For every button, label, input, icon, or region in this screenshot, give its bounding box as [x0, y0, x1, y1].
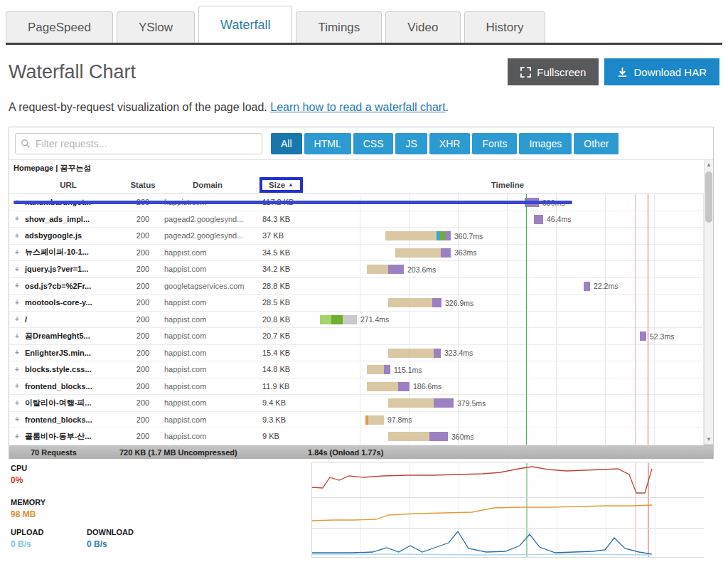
expand-icon[interactable]: + [15, 399, 21, 407]
request-row[interactable]: +show_ads_impl...200pagead2.googlesynd..… [9, 211, 704, 228]
request-row[interactable]: +EnlighterJS.min...200happist.com15.4 KB… [9, 345, 704, 362]
bar-segment-green [331, 315, 343, 324]
expand-icon[interactable]: + [15, 299, 21, 307]
request-timeline: 360.7ms [311, 230, 704, 240]
waterfall-bar[interactable] [367, 382, 410, 391]
column-size[interactable]: Size▲ [251, 177, 311, 193]
waterfall-bar[interactable] [534, 215, 543, 224]
graphs [311, 462, 704, 556]
download-icon [617, 67, 628, 78]
bar-segment-tan [388, 298, 432, 307]
request-row[interactable]: +이탈리아-여행-피...200happist.com9.4 KB379.5ms [9, 395, 704, 412]
tab-pagespeed[interactable]: PageSpeed [6, 11, 113, 43]
filter-html-button[interactable]: HTML [304, 133, 351, 154]
bar-segment-tan [367, 365, 384, 374]
filter-js-button[interactable]: JS [395, 133, 427, 154]
request-row[interactable]: +jquery.js?ver=1...200happist.com34.2 KB… [9, 261, 704, 278]
expand-icon[interactable]: + [15, 415, 21, 423]
request-url: osd.js?cb=%2Fr... [25, 282, 91, 290]
bar-segment-tan [367, 265, 388, 274]
bar-segment-tan [395, 248, 441, 258]
request-row[interactable]: +adsbygoogle.js200pagead2.googlesynd...3… [9, 228, 704, 245]
expand-icon[interactable]: + [15, 315, 21, 323]
request-status: 200 [122, 298, 164, 307]
column-timeline[interactable]: Timeline [311, 181, 704, 189]
expand-icon[interactable]: + [15, 433, 21, 440]
tab-yslow[interactable]: YSlow [117, 11, 195, 43]
scroll-up-arrow[interactable]: ▲ [705, 160, 713, 170]
waterfall-bar[interactable] [385, 231, 451, 240]
waterfall-bar[interactable] [640, 332, 646, 341]
request-row[interactable]: +꿈DreamHeght5...200happist.com20.7 KB52.… [9, 328, 704, 345]
column-status[interactable]: Status [122, 181, 164, 189]
download-har-button[interactable]: Download HAR [604, 58, 719, 85]
waterfall-bar[interactable] [395, 248, 451, 258]
request-row[interactable]: +frontend_blocks...200happist.com9.3 KB9… [9, 412, 704, 429]
filter-other-button[interactable]: Other [574, 133, 619, 154]
request-time: 271.4ms [360, 315, 389, 324]
waterfall-bar[interactable] [584, 282, 590, 291]
expand-icon[interactable]: + [15, 282, 21, 290]
scroll-thumb[interactable] [705, 171, 712, 223]
request-size: 20.7 KB [251, 332, 311, 340]
expand-icon[interactable]: + [15, 349, 21, 356]
waterfall-bar[interactable] [365, 415, 384, 425]
filter-xhr-button[interactable]: XHR [429, 133, 471, 154]
request-row[interactable]: +/200happist.com20.8 KB271.4ms [9, 312, 704, 329]
request-row[interactable]: +blocks.style.css...200happist.com14.8 K… [9, 361, 704, 378]
request-row[interactable]: +뉴스페이퍼-10-1...200happist.com34.5 KB363ms [9, 245, 704, 262]
waterfall-bar[interactable] [367, 265, 404, 274]
expand-icon[interactable]: + [15, 366, 21, 373]
bar-segment-purple [434, 349, 441, 358]
network-metric: UPLOAD 0 B/s DOWNLOAD 0 B/s [9, 526, 311, 555]
expand-icon[interactable]: + [15, 265, 21, 273]
expand-icon[interactable]: + [15, 232, 21, 240]
bar-segment-tan [385, 231, 437, 240]
request-row[interactable]: +콜롬비아-동부-산...200happist.com9 KB360ms [9, 428, 704, 445]
request-size: 20.8 KB [251, 315, 311, 324]
waterfall-bar[interactable] [388, 349, 441, 358]
tab-timings[interactable]: Timings [296, 11, 382, 43]
cpu-label: CPU [11, 464, 311, 472]
waterfall-bar[interactable] [388, 398, 454, 408]
expand-icon[interactable]: + [15, 248, 21, 256]
download-value: 0 B/s [87, 539, 134, 549]
filter-fonts-button[interactable]: Fonts [472, 133, 517, 154]
filter-images-button[interactable]: Images [519, 133, 572, 154]
tab-video[interactable]: Video [385, 11, 460, 43]
expand-icon[interactable]: + [15, 382, 21, 390]
request-row[interactable]: +mootools-core-y...200happist.com28.5 KB… [9, 295, 704, 312]
cpu-usage-graph [311, 462, 704, 497]
request-time: 203.6ms [407, 265, 436, 274]
request-size: 28.8 KB [251, 282, 311, 290]
filter-css-button[interactable]: CSS [353, 133, 394, 154]
request-time: 115.1ms [394, 366, 422, 374]
tab-history[interactable]: History [464, 11, 546, 43]
column-domain[interactable]: Domain [164, 181, 251, 189]
expand-icon[interactable]: + [15, 332, 21, 340]
request-domain: happist.com [164, 382, 251, 391]
request-time: 46.4ms [547, 215, 571, 223]
request-timeline: 52.3ms [311, 331, 704, 341]
waterfall-bar[interactable] [388, 432, 448, 441]
request-row[interactable]: +frontend_blocks...200happist.com11.9 KB… [9, 378, 704, 396]
fullscreen-button[interactable]: Fullscreen [508, 58, 599, 85]
waterfall-help-link[interactable]: Learn how to read a waterfall chart [270, 101, 445, 113]
waterfall-bar[interactable] [320, 315, 357, 324]
waterfall-bar[interactable] [388, 298, 441, 307]
bar-segment-purple [388, 265, 404, 274]
scroll-down-arrow[interactable]: ▼ [705, 435, 713, 445]
column-url[interactable]: URL [15, 181, 122, 189]
tab-waterfall[interactable]: Waterfall [198, 6, 292, 43]
request-row[interactable]: +osd.js?cb=%2Fr...200googletagservices.c… [9, 278, 704, 295]
expand-icon[interactable]: + [15, 215, 21, 223]
table-scrollbar[interactable]: ▲ ▼ [704, 160, 713, 445]
request-size: 14.8 KB [251, 365, 311, 373]
request-timeline: 363ms [311, 248, 704, 258]
filter-input[interactable] [15, 133, 262, 154]
filter-all-button[interactable]: All [271, 133, 302, 154]
waterfall-bar[interactable] [367, 365, 390, 374]
request-time: 97.8ms [387, 415, 412, 424]
request-timeline: 46.4ms [311, 214, 704, 224]
bar-segment-purple [429, 432, 448, 441]
